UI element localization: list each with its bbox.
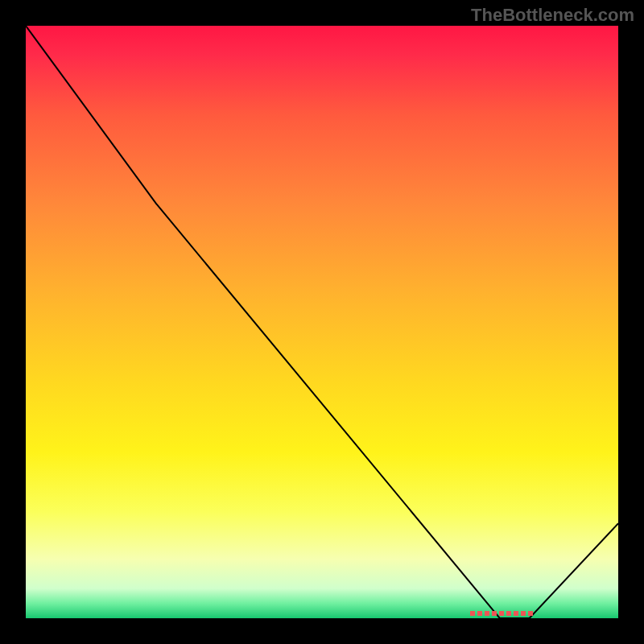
chart-svg (26, 26, 618, 618)
plot-area (26, 26, 618, 618)
gradient-background (26, 26, 618, 618)
watermark-text: TheBottleneck.com (471, 5, 634, 26)
chart-container: TheBottleneck.com (0, 0, 644, 644)
